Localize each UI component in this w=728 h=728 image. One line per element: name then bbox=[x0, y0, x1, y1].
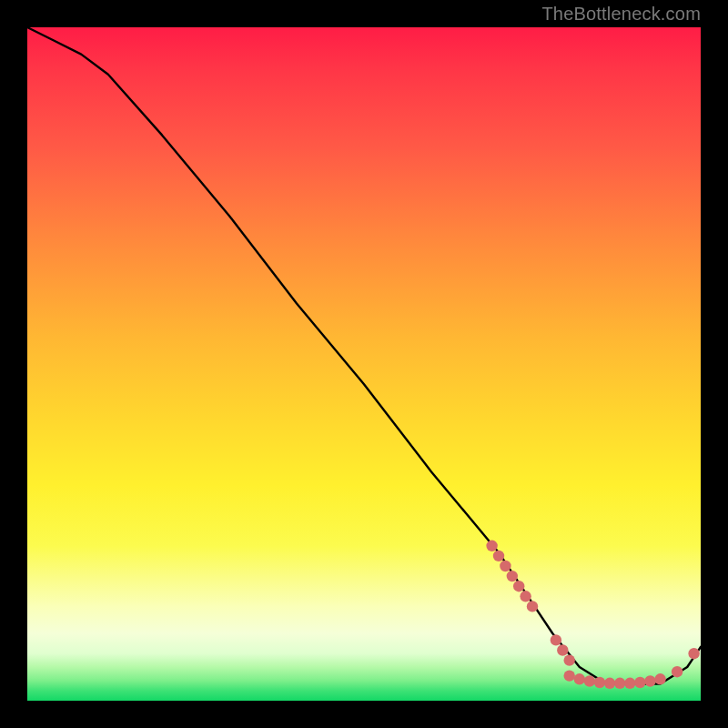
curve-layer bbox=[27, 27, 701, 684]
data-marker bbox=[594, 677, 605, 688]
data-marker bbox=[493, 551, 504, 561]
chart-frame: TheBottleneck.com bbox=[0, 0, 728, 728]
chart-svg bbox=[27, 27, 701, 701]
data-marker bbox=[672, 666, 682, 677]
data-marker bbox=[564, 654, 575, 665]
data-marker bbox=[507, 571, 518, 581]
data-marker bbox=[688, 648, 699, 659]
data-marker bbox=[624, 678, 635, 689]
data-marker bbox=[634, 677, 645, 688]
data-marker bbox=[513, 581, 524, 592]
data-marker bbox=[614, 678, 625, 689]
data-marker bbox=[644, 675, 655, 686]
data-marker bbox=[527, 601, 538, 612]
data-marker bbox=[520, 591, 531, 602]
marker-layer bbox=[486, 541, 699, 689]
data-marker bbox=[551, 634, 561, 645]
data-marker bbox=[486, 541, 497, 551]
chart-plot-area bbox=[27, 27, 701, 701]
data-marker bbox=[584, 675, 595, 686]
data-marker bbox=[557, 644, 568, 655]
data-marker bbox=[564, 670, 575, 681]
data-marker bbox=[574, 673, 585, 684]
watermark-text: TheBottleneck.com bbox=[541, 4, 701, 25]
data-marker bbox=[604, 678, 615, 689]
bottleneck-curve bbox=[27, 27, 701, 684]
data-marker bbox=[500, 561, 511, 571]
data-marker bbox=[654, 673, 665, 684]
